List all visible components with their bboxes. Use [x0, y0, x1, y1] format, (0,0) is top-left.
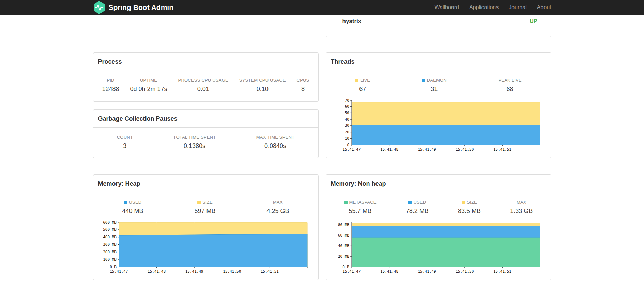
stat-value: 78.2 MB	[406, 208, 429, 215]
svg-text:80 MB: 80 MB	[338, 223, 349, 227]
stat-label: COUNT	[117, 135, 133, 140]
svg-text:0 B: 0 B	[342, 265, 349, 269]
stat-value: 3	[117, 142, 133, 150]
svg-text:500 MB: 500 MB	[103, 227, 117, 232]
legend-swatch	[422, 79, 425, 82]
stat-label: USED	[122, 200, 143, 205]
svg-text:300 MB: 300 MB	[103, 242, 117, 247]
stat-value: 67	[355, 86, 370, 93]
svg-text:400 MB: 400 MB	[103, 235, 117, 239]
stat-value: 0.1380s	[173, 142, 216, 150]
stat-system-cpu-usage: SYSTEM CPU USAGE 0.10	[239, 78, 286, 93]
stat-gc-count: COUNT 3	[117, 135, 133, 150]
stat-heap-max: MAX 4.25 GB	[266, 200, 289, 215]
brand-title: Spring Boot Admin	[109, 3, 174, 12]
stat-value: 55.7 MB	[344, 208, 377, 215]
stat-nonheap-max: MAX 1.33 GB	[510, 200, 533, 215]
columns: Process PID 12488 UPTIME 0d 0h 2m 17s PR…	[93, 15, 551, 280]
nav-links: Wallboard Applications Journal About	[434, 4, 551, 11]
stat-value: 0d 0h 2m 17s	[130, 86, 167, 93]
svg-text:15:41:48: 15:41:48	[148, 269, 166, 274]
svg-text:15:41:51: 15:41:51	[493, 147, 511, 152]
svg-text:30: 30	[344, 123, 349, 128]
stat-label-text: SIZE	[202, 200, 213, 205]
stat-nonheap-size: SIZE 83.5 MB	[458, 200, 481, 215]
svg-text:0: 0	[347, 143, 349, 147]
stat-label: PEAK LIVE	[498, 78, 521, 83]
health-item-name: hystrix	[342, 18, 362, 25]
svg-text:10: 10	[344, 136, 349, 141]
stat-value: 1.33 GB	[510, 208, 533, 215]
svg-text:15:41:50: 15:41:50	[456, 269, 474, 274]
stat-label: TOTAL TIME SPENT	[173, 135, 216, 140]
svg-text:600 MB: 600 MB	[103, 220, 117, 225]
nav-link-about[interactable]: About	[537, 4, 551, 11]
svg-text:15:41:49: 15:41:49	[185, 269, 203, 274]
stat-value: 68	[498, 86, 521, 93]
app-logo-icon	[93, 1, 105, 14]
gc-stats: COUNT 3 TOTAL TIME SPENT 0.1380s MAX TIM…	[93, 128, 318, 154]
stat-value: 0.01	[178, 86, 228, 93]
stat-value: 83.5 MB	[458, 208, 481, 215]
stat-metaspace: METASPACE 55.7 MB	[344, 200, 377, 215]
process-panel-title: Process	[93, 53, 318, 71]
stat-label: PID	[102, 78, 119, 83]
nav-link-wallboard[interactable]: Wallboard	[434, 4, 459, 11]
stat-value: 12488	[102, 86, 119, 93]
nav-link-applications[interactable]: Applications	[469, 4, 499, 11]
process-panel: Process PID 12488 UPTIME 0d 0h 2m 17s PR…	[93, 52, 319, 102]
svg-text:200 MB: 200 MB	[103, 250, 117, 254]
stat-label-text: DAEMON	[427, 78, 447, 83]
svg-text:60 MB: 60 MB	[338, 233, 349, 238]
stat-label: USED	[406, 200, 429, 205]
stat-value: 31	[422, 86, 447, 93]
svg-text:15:41:49: 15:41:49	[418, 269, 436, 274]
navbar-container: Spring Boot Admin Wallboard Applications…	[93, 0, 551, 15]
svg-text:50: 50	[344, 111, 349, 115]
stat-label: PROCESS CPU USAGE	[178, 78, 228, 83]
stat-label-text: LIVE	[360, 78, 370, 83]
top-navbar: Spring Boot Admin Wallboard Applications…	[0, 0, 644, 15]
stat-label: UPTIME	[130, 78, 167, 83]
stat-value: 597 MB	[194, 208, 215, 215]
nonheap-stats: METASPACE 55.7 MB USED 78.2 MB SIZE 83.5…	[326, 193, 551, 219]
threads-panel: Threads LIVE 67 DAEMON 31 PEAK LIVE 68	[326, 52, 551, 158]
right-column: hystrix UP Threads LIVE 67 DAEMON 31	[326, 15, 551, 280]
threads-chart: 01020304050607015:41:4715:41:4815:41:491…	[333, 98, 544, 154]
svg-text:20 MB: 20 MB	[338, 254, 349, 259]
svg-text:100 MB: 100 MB	[103, 257, 117, 262]
stat-label: MAX TIME SPENT	[256, 135, 294, 140]
stat-pid: PID 12488	[102, 78, 119, 93]
memory-nonheap-panel: Memory: Non heap METASPACE 55.7 MB USED …	[326, 174, 551, 280]
health-row-hystrix: hystrix UP	[326, 15, 551, 28]
svg-text:40: 40	[344, 117, 349, 122]
nonheap-chart: 0 B20 MB40 MB60 MB80 MB15:41:4715:41:481…	[333, 220, 544, 276]
svg-text:15:41:51: 15:41:51	[260, 269, 278, 274]
brand-link[interactable]: Spring Boot Admin	[93, 1, 174, 14]
process-stats: PID 12488 UPTIME 0d 0h 2m 17s PROCESS CP…	[93, 71, 318, 97]
legend-swatch	[462, 201, 465, 204]
stat-label: SIZE	[194, 200, 215, 205]
stat-label-text: USED	[413, 200, 426, 205]
nav-link-journal[interactable]: Journal	[509, 4, 526, 11]
svg-text:15:41:51: 15:41:51	[493, 269, 511, 274]
stat-nonheap-used: USED 78.2 MB	[406, 200, 429, 215]
memory-heap-panel: Memory: Heap USED 440 MB SIZE 597 MB MAX…	[93, 174, 319, 280]
legend-swatch	[408, 201, 412, 204]
stat-value: 440 MB	[122, 208, 143, 215]
stat-label: CPUS	[297, 78, 309, 83]
stat-cpus: CPUS 8	[297, 78, 309, 93]
svg-text:0 B: 0 B	[110, 265, 117, 269]
svg-text:60: 60	[344, 104, 349, 109]
legend-swatch	[124, 201, 127, 204]
legend-swatch	[344, 201, 348, 204]
legend-swatch	[355, 79, 358, 82]
stat-label: METASPACE	[344, 200, 377, 205]
main-content: Process PID 12488 UPTIME 0d 0h 2m 17s PR…	[93, 0, 551, 280]
stat-heap-used: USED 440 MB	[122, 200, 143, 215]
stat-uptime: UPTIME 0d 0h 2m 17s	[130, 78, 167, 93]
svg-text:15:41:48: 15:41:48	[380, 147, 398, 152]
heap-panel-title: Memory: Heap	[93, 175, 318, 193]
svg-text:20: 20	[344, 130, 349, 134]
svg-text:15:41:49: 15:41:49	[418, 147, 436, 152]
